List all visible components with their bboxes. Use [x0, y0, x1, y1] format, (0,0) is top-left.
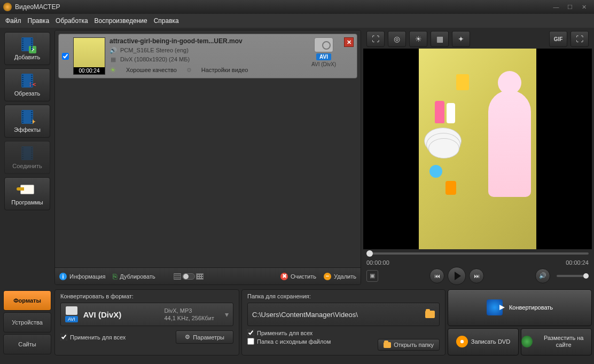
time-start: 00:00:00 [366, 259, 389, 266]
apply-all-format[interactable]: Применить для всех [60, 334, 126, 341]
add-label: Добавить [14, 54, 41, 60]
output-badge: AVI [316, 53, 331, 60]
film-icon: + [21, 37, 33, 51]
file-thumbnail: 00:00:24 [73, 37, 105, 75]
output-path[interactable]: C:\Users\ContentManager\Videos\ [247, 303, 440, 326]
toggle-switch[interactable] [182, 273, 195, 280]
view-toggle[interactable] [174, 273, 204, 280]
playback-controls: ▣ ⏮ ⏭ 🔊 [363, 266, 592, 285]
programs-button[interactable]: Программы [4, 177, 50, 210]
gear-icon[interactable]: ⚙ [186, 67, 192, 74]
dvd-icon [456, 336, 468, 347]
effects-label: Эффекты [14, 126, 41, 133]
chevron-down-icon: ▾ [225, 310, 229, 319]
left-toolbar: + Добавить ✂ Обрезать ✦ Эффекты Соединит… [2, 30, 52, 285]
file-list: 00:00:24 attractive-girl-being-in-good-t… [55, 30, 361, 267]
grid-view-icon[interactable] [196, 273, 204, 280]
params-button[interactable]: ⚙Параметры [176, 330, 233, 344]
film-icon [21, 146, 33, 160]
snapshot-button[interactable]: ▣ [366, 270, 378, 282]
delete-icon: − [324, 273, 331, 280]
menu-help[interactable]: Справка [154, 17, 179, 25]
cut-label: Обрезать [14, 90, 41, 97]
volume-button[interactable]: 🔊 [535, 268, 550, 283]
close-button[interactable]: ✕ [577, 2, 591, 12]
add-button[interactable]: + Добавить [4, 32, 50, 65]
minimize-button[interactable]: — [549, 2, 563, 12]
titlebar: ВидеоМАСТЕР — ☐ ✕ [0, 0, 594, 14]
menu-edit[interactable]: Правка [28, 17, 50, 25]
preview-area [363, 49, 592, 249]
menu-bar: Файл Правка Обработка Воспроизведение Сп… [0, 14, 594, 28]
audio-info: PCM_S16LE Stereo (eng) [120, 47, 189, 53]
preview-toolbar: ⛶ ◎ ☀ ▦ ✦ GIF ⛶ [363, 30, 592, 49]
gear-icon: ⚙ [185, 334, 190, 341]
menu-file[interactable]: Файл [5, 17, 21, 25]
gif-button[interactable]: GIF [549, 31, 567, 47]
rotate-button[interactable]: ◎ [388, 31, 406, 47]
format-badge: AVI [65, 316, 78, 322]
quality-label: Хорошее качество [126, 67, 177, 73]
video-icon: ▦ [110, 56, 117, 63]
clear-icon: ✖ [280, 273, 288, 280]
format-panel: Конвертировать в формат: AVI AVI (DivX) … [54, 289, 239, 355]
join-label: Соединить [12, 163, 42, 169]
volume-slider[interactable] [557, 275, 589, 277]
audio-icon: 🔊 [110, 46, 117, 54]
clear-button[interactable]: ✖Очистить [280, 273, 316, 280]
list-view-icon[interactable] [174, 273, 181, 280]
play-button[interactable] [448, 267, 466, 285]
app-title: ВидеоМАСТЕР [15, 3, 549, 11]
info-icon: i [59, 273, 67, 280]
key-icon [20, 185, 34, 194]
remove-file-button[interactable]: ✕ [344, 37, 354, 47]
film-icon: ✦ [21, 110, 33, 124]
duplicate-button[interactable]: ⎘Дублировать [113, 272, 155, 281]
menu-process[interactable]: Обработка [56, 17, 88, 25]
menu-playback[interactable]: Воспроизведение [95, 17, 147, 25]
file-name: attractive-girl-being-in-good-tem...UER.… [110, 37, 303, 45]
video-frame [419, 49, 536, 249]
effects-button[interactable]: ✦ Эффекты [4, 105, 50, 138]
programs-label: Программы [11, 199, 43, 205]
open-folder-button[interactable]: Открыть папку [378, 339, 440, 351]
cut-button[interactable]: ✂ Обрезать [4, 68, 50, 101]
settings-link[interactable]: Настройки видео [201, 67, 248, 73]
speed-button[interactable]: ✦ [452, 31, 470, 47]
brightness-button[interactable]: ☀ [409, 31, 427, 47]
path-text: C:\Users\ContentManager\Videos\ [252, 311, 421, 319]
delete-button[interactable]: −Удалить [324, 273, 356, 280]
video-info: DivX (1080x1920) (24 МБ) [120, 56, 190, 62]
crop-button[interactable]: ⛶ [366, 31, 385, 47]
fullscreen-button[interactable]: ⛶ [570, 31, 589, 47]
format-selector[interactable]: AVI AVI (DivX) DivX, MP344,1 KHz, 256Кби… [60, 303, 233, 326]
globe-icon [521, 336, 533, 347]
browse-folder-icon[interactable] [425, 311, 435, 318]
format-panel-title: Конвертировать в формат: [60, 293, 233, 299]
timeline-thumb[interactable] [366, 250, 373, 257]
apply-all-folder[interactable]: Применить для всех [247, 329, 440, 336]
info-button[interactable]: iИнформация [59, 273, 105, 280]
next-button[interactable]: ⏭ [469, 268, 484, 283]
tab-formats[interactable]: Форматы [3, 290, 51, 311]
format-tabs: Форматы Устройства Сайты [2, 289, 52, 355]
format-name: AVI (DivX) [83, 310, 121, 319]
prev-button[interactable]: ⏮ [429, 268, 444, 283]
list-toolbar: iИнформация ⎘Дублировать ✖Очистить −Удал… [55, 267, 361, 284]
fx-button[interactable]: ▦ [431, 31, 449, 47]
tab-sites[interactable]: Сайты [3, 334, 51, 354]
format-details: DivX, MP344,1 KHz, 256Кбит [164, 307, 214, 322]
tab-devices[interactable]: Устройства [3, 312, 51, 333]
file-checkbox[interactable] [62, 53, 69, 60]
app-logo-icon [3, 3, 12, 11]
format-icon [66, 306, 77, 315]
output-desc: AVI (DivX) [311, 61, 336, 67]
burn-dvd-button[interactable]: Записать DVD [448, 328, 519, 355]
publish-button[interactable]: Разместить на сайте [521, 328, 592, 355]
camera-icon [314, 37, 333, 52]
join-button[interactable]: Соединить [4, 141, 50, 174]
timeline[interactable] [363, 249, 592, 258]
maximize-button[interactable]: ☐ [563, 2, 577, 12]
file-item[interactable]: 00:00:24 attractive-girl-being-in-good-t… [58, 34, 357, 78]
convert-button[interactable]: Конвертировать [448, 289, 592, 326]
